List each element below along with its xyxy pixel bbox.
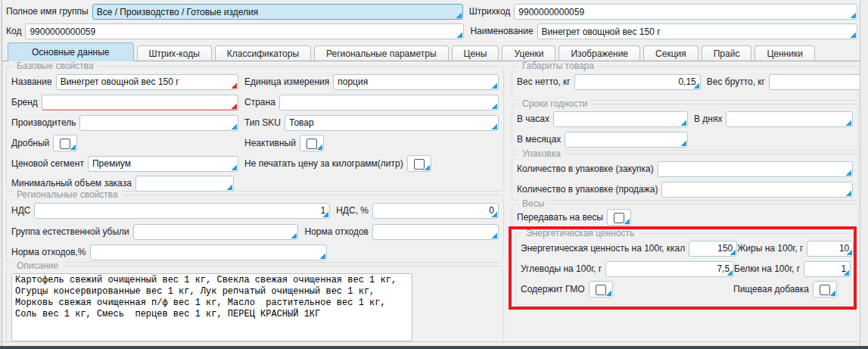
window-bottom-bar xyxy=(0,346,868,349)
group-regional-properties: Региональные свойства НДС НДС, % Группа … xyxy=(6,195,504,263)
months-label: В месяцах xyxy=(517,132,561,148)
row-months: В месяцах xyxy=(517,131,853,148)
price-segment-input[interactable] xyxy=(88,156,238,172)
tab-prices[interactable]: Цены xyxy=(452,45,499,61)
protein-label: Белки на 100г, г xyxy=(734,261,800,277)
months-input[interactable] xyxy=(565,132,688,148)
carbs-input[interactable] xyxy=(605,261,734,277)
group-description-title: Описание xyxy=(13,260,62,272)
waste-rate-percent-label: Норма отходов,% xyxy=(11,245,86,260)
tab-classifiers[interactable]: Классификаторы xyxy=(215,45,311,61)
send-to-scales-label: Передавать на весы xyxy=(517,210,603,226)
row-hours-days: В часах В днях xyxy=(517,111,853,127)
inactive-checkbox[interactable] xyxy=(300,135,324,151)
tab-price-tags[interactable]: Ценники xyxy=(754,45,814,61)
fat-input[interactable] xyxy=(807,241,854,257)
days-input[interactable] xyxy=(726,111,853,127)
food-additive-checkbox[interactable] xyxy=(813,281,837,298)
group-packaging: Упаковка Количество в упаковке (закупка)… xyxy=(512,154,858,201)
unit-label: Единица измерения xyxy=(244,74,329,90)
tab-section[interactable]: Секция xyxy=(643,45,698,61)
group-energy-title: Энергетическая ценность xyxy=(522,227,638,239)
net-weight-input[interactable] xyxy=(574,74,701,90)
manufacturer-input[interactable] xyxy=(79,115,238,131)
kcal-label: Энергетическая ценность на 100г, ккал xyxy=(521,241,685,257)
description-textarea[interactable]: Картофель свежий очищенный вес 1 кг, Све… xyxy=(11,273,412,341)
barcode-input[interactable] xyxy=(514,4,857,20)
group-scales: Весы Передавать на весы xyxy=(512,204,858,229)
price-segment-label: Ценовой сегмент xyxy=(11,156,84,172)
group-shelf-life: Сроки годности В часах В днях В месяцах xyxy=(512,104,858,151)
no-price-per-kg-checkbox[interactable] xyxy=(407,155,431,172)
waste-rate-label: Норма отходов xyxy=(304,224,369,240)
product-title-input[interactable] xyxy=(56,74,238,90)
row-segment-noprint: Ценовой сегмент Не печатать цену за кило… xyxy=(11,155,499,172)
group-scales-title: Весы xyxy=(518,198,548,210)
tab-main-data[interactable]: Основные данные xyxy=(8,42,134,61)
row-carbs-protein: Углеводы на 100г, г Белки на 100г, г xyxy=(521,260,849,277)
code-input[interactable] xyxy=(25,23,464,39)
gmo-checkbox[interactable] xyxy=(589,281,613,298)
waste-rate-percent-input[interactable] xyxy=(90,245,327,260)
group-regional-title: Региональные свойства xyxy=(13,189,122,201)
tab-bar: Основные данные Штрих-коды Классификатор… xyxy=(8,42,818,61)
row-gmo-additive: Содержит ГМО Пищевая добавка xyxy=(521,281,849,298)
gmo-label: Содержит ГМО xyxy=(521,282,585,298)
tab-image[interactable]: Изображение xyxy=(558,45,640,61)
country-input[interactable] xyxy=(279,95,499,111)
full-group-name-input[interactable] xyxy=(92,4,463,20)
vat-label: НДС xyxy=(11,203,30,219)
row-manufacturer-sku: Производитель Тип SKU xyxy=(11,114,499,131)
natural-loss-group-label: Группа естественной убыли xyxy=(11,224,129,240)
header-row-1: Полное имя группы Штрихкод xyxy=(6,4,857,20)
vat-percent-input[interactable] xyxy=(372,203,499,219)
vat-input[interactable] xyxy=(34,203,330,219)
hours-input[interactable] xyxy=(553,111,688,127)
row-pack-sale: Количество в упаковке (продажа) xyxy=(517,181,853,198)
row-brand-country: Бренд Страна xyxy=(11,94,499,111)
tab-markdowns[interactable]: Уценки xyxy=(502,45,555,61)
pack-purchase-label: Количество в упаковке (закупка) xyxy=(517,161,654,177)
product-title-label: Название xyxy=(11,74,52,90)
sku-type-input[interactable] xyxy=(285,115,499,131)
vat-percent-label: НДС, % xyxy=(336,203,369,219)
natural-loss-group-input[interactable] xyxy=(133,224,299,240)
product-name-input[interactable] xyxy=(537,23,857,39)
manufacturer-label: Производитель xyxy=(11,115,76,131)
send-to-scales-checkbox[interactable] xyxy=(607,209,631,226)
protein-input[interactable] xyxy=(804,261,851,277)
brand-label: Бренд xyxy=(11,95,38,111)
row-name-unit: Название Единица измерения xyxy=(11,73,499,90)
group-dimensions-title: Габариты товара xyxy=(518,61,598,72)
name-label: Наименование xyxy=(470,23,533,39)
kcal-input[interactable] xyxy=(689,241,737,257)
barcode-label: Штрихкод xyxy=(469,4,511,20)
country-label: Страна xyxy=(244,95,275,111)
group-basic-title: Базовые свойства xyxy=(13,61,98,72)
window-right-strip xyxy=(860,0,868,346)
waste-rate-input[interactable] xyxy=(372,224,499,240)
pack-sale-label: Количество в упаковке (продажа) xyxy=(517,182,658,198)
gross-weight-input[interactable] xyxy=(769,74,860,90)
brand-input[interactable] xyxy=(42,95,238,111)
pack-purchase-input[interactable] xyxy=(658,161,853,177)
tab-pricelist[interactable]: Прайс xyxy=(702,45,752,61)
row-waste-percent: Норма отходов,% xyxy=(11,244,499,260)
fractional-checkbox[interactable] xyxy=(53,135,77,151)
tab-barcodes[interactable]: Штрих-коды xyxy=(137,45,212,61)
group-shelf-life-title: Сроки годности xyxy=(518,98,591,110)
min-order-input[interactable] xyxy=(135,176,234,192)
group-packaging-title: Упаковка xyxy=(518,148,565,160)
group-basic-properties: Базовые свойства Название Единица измере… xyxy=(6,66,504,192)
row-fractional-inactive: Дробный Неактивный xyxy=(11,135,499,151)
full-group-name-label: Полное имя группы xyxy=(6,4,89,20)
unit-input[interactable] xyxy=(333,74,499,90)
tab-regional-params[interactable]: Региональные параметры xyxy=(314,45,449,61)
inactive-label: Неактивный xyxy=(244,136,296,151)
sku-type-label: Тип SKU xyxy=(244,115,281,131)
group-description: Описание Картофель свежий очищенный вес … xyxy=(6,266,504,341)
main-tab-panel: Базовые свойства Название Единица измере… xyxy=(2,61,860,341)
pack-sale-input[interactable] xyxy=(661,182,853,198)
days-label: В днях xyxy=(694,111,722,127)
group-dimensions: Габариты товара Вес нетто, кг Вес брутто… xyxy=(512,66,858,101)
